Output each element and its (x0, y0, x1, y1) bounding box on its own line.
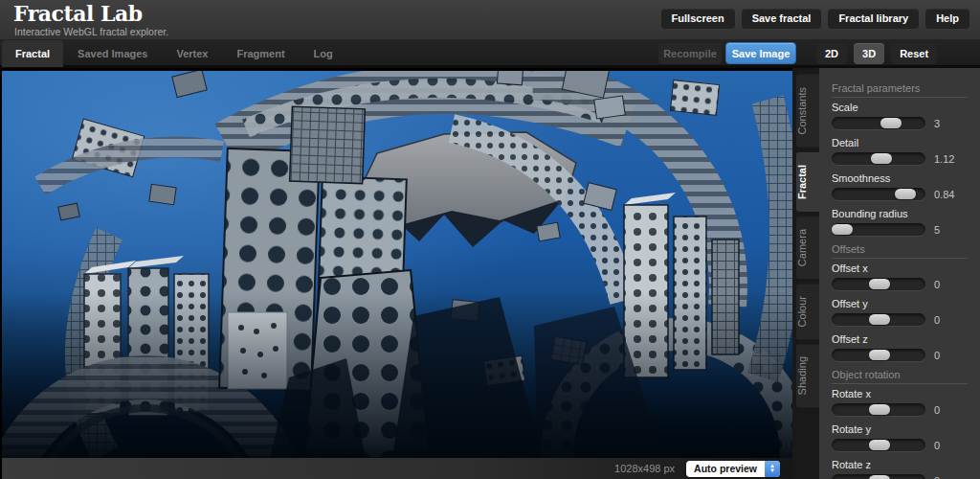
slider-label: Smoothness (832, 172, 980, 185)
slider-value: 0 (934, 475, 940, 479)
section-rows: Offset x 0 Offset y 0 Offset z 0 (832, 262, 980, 361)
app-title: Fractal Lab (13, 1, 143, 26)
slider-label: Rotate x (832, 388, 980, 400)
section-object-rotation: Object rotation Rotate x 0 Rotate y 0 Ro… (832, 369, 980, 479)
tab-log[interactable]: Log (300, 40, 347, 67)
sidebar-tab-constants[interactable]: Constants (796, 75, 819, 148)
section-offsets: Offsets Offset x 0 Offset y 0 Offset z 0 (832, 243, 980, 361)
slider-track[interactable] (832, 278, 925, 290)
slider-thumb[interactable] (895, 189, 916, 199)
slider-value: 0 (934, 314, 940, 326)
fractal-render[interactable] (2, 71, 792, 458)
section-fractal-parameters: Fractal parameters Scale 3 Detail 1.12 S… (832, 82, 980, 236)
slider-track[interactable] (832, 188, 925, 200)
fullscreen-button[interactable]: Fullscreen (661, 9, 735, 29)
slider-label: Offset x (832, 262, 980, 275)
render-size-label: 1028x498 px (614, 463, 675, 474)
slider-label: Offset z (832, 333, 980, 346)
save-image-button[interactable]: Save Image (725, 42, 796, 64)
parameter-sidebar: ConstantsFractalCameraColourShading Frac… (792, 68, 980, 479)
slider-row-smoothness: Smoothness 0.84 (832, 172, 980, 200)
2d-button[interactable]: 2D (816, 43, 847, 64)
slider-value: 3 (934, 118, 940, 129)
sidebar-tab-colour[interactable]: Colour (796, 284, 819, 339)
slider-label: Scale (832, 102, 980, 114)
preview-mode-select[interactable]: Auto preview ▲▼ (686, 461, 780, 477)
slider-row-offset-z: Offset z 0 (832, 333, 980, 361)
fractal-canvas[interactable] (2, 71, 792, 458)
section-rows: Rotate x 0 Rotate y 0 Rotate z 0 (832, 388, 980, 479)
app-header: Fractal Lab Interactive WebGL fractal ex… (0, 0, 980, 39)
tab-fragment[interactable]: Fragment (222, 40, 299, 67)
header-button-group: FullscreenSave fractalFractal libraryHel… (661, 9, 969, 29)
slider-track[interactable] (832, 313, 925, 326)
main-tabs: FractalSaved ImagesVertexFragmentLog (2, 39, 347, 68)
slider-thumb[interactable] (832, 224, 853, 235)
render-area: 1028x498 px Auto preview ▲▼ (0, 68, 792, 479)
section-title: Fractal parameters (832, 82, 968, 98)
slider-row-rotate-y: Rotate y 0 (832, 423, 980, 451)
slider-value: 0.84 (934, 189, 954, 200)
slider-label: Detail (832, 137, 980, 149)
section-title: Offsets (832, 243, 968, 259)
slider-row-detail: Detail 1.12 (832, 137, 980, 165)
slider-row-scale: Scale 3 (832, 102, 980, 129)
slider-value: 0 (934, 440, 940, 451)
slider-value: 5 (934, 224, 940, 236)
slider-thumb[interactable] (869, 440, 890, 450)
slider-value: 1.12 (934, 153, 954, 165)
save-fractal-button[interactable]: Save fractal (742, 9, 822, 29)
slider-track[interactable] (832, 349, 925, 361)
view-mode-group: 2D3DReset (816, 43, 937, 64)
slider-thumb[interactable] (869, 314, 890, 325)
fractal-lab-app: Fractal Lab Interactive WebGL fractal ex… (0, 0, 980, 479)
slider-label: Offset y (832, 298, 980, 310)
3d-button[interactable]: 3D (854, 43, 884, 64)
slider-track[interactable] (832, 403, 925, 416)
sidebar-tab-shading[interactable]: Shading (796, 344, 819, 407)
tab-fractal[interactable]: Fractal (2, 40, 63, 67)
slider-value: 0 (934, 404, 940, 416)
slider-thumb[interactable] (869, 404, 890, 415)
slider-track[interactable] (832, 152, 925, 165)
slider-thumb[interactable] (880, 118, 902, 128)
slider-row-bounding-radius: Bounding radius 5 (832, 208, 980, 236)
preview-mode-value: Auto preview (686, 463, 765, 474)
reset-button[interactable]: Reset (891, 43, 937, 64)
canvas-statusbar: 1028x498 px Auto preview ▲▼ (2, 458, 792, 479)
sidebar-tab-camera[interactable]: Camera (796, 217, 819, 279)
fractal-parameters-panel: Fractal parameters Scale 3 Detail 1.12 S… (819, 68, 980, 479)
tab-saved-images[interactable]: Saved Images (63, 40, 162, 67)
slider-row-offset-x: Offset x 0 (832, 262, 980, 290)
slider-label: Bounding radius (832, 208, 980, 220)
section-rows: Scale 3 Detail 1.12 Smoothness 0.84 Boun… (832, 102, 980, 236)
slider-label: Rotate y (832, 423, 980, 436)
slider-value: 0 (934, 350, 940, 361)
tab-vertex[interactable]: Vertex (162, 40, 222, 67)
main-tabbar: FractalSaved ImagesVertexFragmentLog Rec… (0, 39, 980, 68)
slider-row-rotate-x: Rotate x 0 (832, 388, 980, 416)
app-subtitle: Interactive WebGL fractal explorer. (14, 26, 168, 37)
slider-row-rotate-z: Rotate z 0 (832, 459, 980, 479)
fractal-library-button[interactable]: Fractal library (828, 9, 919, 29)
slider-track[interactable] (832, 474, 925, 479)
slider-row-offset-y: Offset y 0 (832, 298, 980, 326)
sidebar-vertical-tabs: ConstantsFractalCameraColourShading (792, 75, 819, 408)
slider-thumb[interactable] (869, 279, 890, 289)
slider-thumb[interactable] (871, 153, 892, 164)
select-stepper-icon: ▲▼ (765, 461, 780, 477)
recompile-button[interactable]: Recompile (658, 43, 722, 64)
section-title: Object rotation (832, 369, 968, 384)
slider-thumb[interactable] (869, 350, 890, 360)
slider-value: 0 (934, 279, 940, 290)
slider-track[interactable] (832, 439, 925, 451)
slider-track[interactable] (832, 117, 925, 129)
slider-thumb[interactable] (869, 475, 890, 479)
help-button[interactable]: Help (925, 9, 969, 29)
slider-label: Rotate z (832, 459, 980, 471)
slider-track[interactable] (832, 223, 925, 236)
